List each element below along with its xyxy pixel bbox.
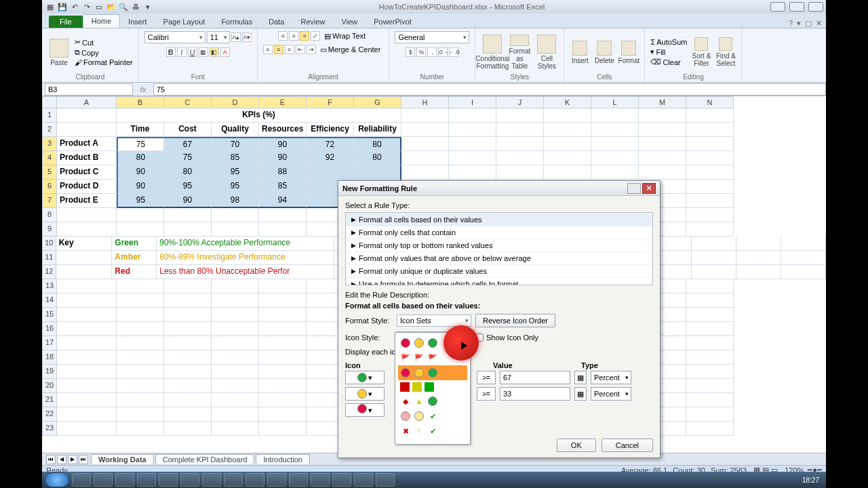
cell[interactable] <box>56 251 113 265</box>
row-header[interactable]: 6 <box>42 180 57 194</box>
col-header[interactable]: M <box>639 96 686 108</box>
formula-input[interactable]: 75 <box>153 83 826 96</box>
taskbar-item[interactable] <box>245 473 264 487</box>
col-header[interactable]: I <box>449 96 496 108</box>
font-color-button[interactable]: A <box>220 47 230 57</box>
rule-type-item[interactable]: ▶Format only cells that contain <box>346 226 652 239</box>
cell[interactable]: 90%-100% Acceptable Performance <box>157 237 334 251</box>
cell[interactable] <box>259 208 307 222</box>
cell[interactable] <box>781 237 826 251</box>
cell[interactable] <box>401 137 449 151</box>
cut-icon[interactable]: ✂ <box>75 38 81 47</box>
row-header[interactable]: 5 <box>42 165 57 180</box>
cell[interactable] <box>639 123 686 137</box>
select-all-corner[interactable] <box>42 96 57 108</box>
cell[interactable] <box>57 208 117 222</box>
indent-dec-icon[interactable]: ⇤ <box>296 45 305 54</box>
align-right-icon[interactable]: ≡ <box>285 45 294 54</box>
excel-icon[interactable]: ▦ <box>45 1 56 12</box>
cell[interactable] <box>164 350 212 365</box>
cell[interactable] <box>259 393 307 407</box>
cell[interactable] <box>591 108 639 123</box>
col-header[interactable]: H <box>401 96 449 108</box>
row-header[interactable]: 1 <box>42 108 57 123</box>
cell[interactable]: 95 <box>117 194 164 208</box>
cell[interactable] <box>692 251 736 265</box>
cell[interactable]: Reliability <box>354 123 401 137</box>
cell[interactable]: 94 <box>259 194 307 208</box>
col-header[interactable]: F <box>307 96 354 108</box>
comparison-combo[interactable]: >= <box>477 371 496 384</box>
shrink-font-icon[interactable]: A▾ <box>242 33 252 42</box>
cell[interactable] <box>686 108 734 123</box>
row-header[interactable]: 12 <box>42 265 56 279</box>
underline-button[interactable]: U <box>188 47 197 57</box>
restore-icon[interactable]: ▢ <box>805 19 812 28</box>
sheet-tab-intro[interactable]: Introduction <box>256 454 309 464</box>
cell[interactable] <box>686 123 734 137</box>
cell[interactable]: 72 <box>307 137 354 151</box>
cell[interactable] <box>591 165 639 180</box>
row-header[interactable]: 11 <box>42 251 56 265</box>
currency-icon[interactable]: $ <box>406 47 415 57</box>
row-header[interactable]: 10 <box>42 237 56 251</box>
inc-decimal-icon[interactable]: .0→ <box>438 47 448 57</box>
taskbar-item[interactable] <box>267 473 286 487</box>
sheet-tab-dashboard[interactable]: Complete KPI Dashboard <box>155 454 255 464</box>
cell[interactable]: Product D <box>57 180 117 194</box>
taskbar-item[interactable] <box>180 473 199 487</box>
cell[interactable]: 98 <box>212 194 259 208</box>
cell[interactable]: 90 <box>259 151 307 165</box>
cell[interactable]: Product E <box>57 194 117 208</box>
cell[interactable]: 80 <box>164 165 212 180</box>
col-header[interactable]: D <box>212 96 259 108</box>
cell[interactable]: 95 <box>212 165 259 180</box>
row-header[interactable]: 14 <box>42 293 57 308</box>
cell[interactable] <box>117 222 164 237</box>
cell[interactable] <box>401 151 449 165</box>
cell[interactable] <box>736 237 781 251</box>
font-name-combo[interactable]: Calibri <box>144 31 205 43</box>
cell[interactable] <box>692 237 736 251</box>
cell-styles-button[interactable]: Cell Styles <box>535 35 558 70</box>
row-header[interactable]: 16 <box>42 322 57 336</box>
orientation-icon[interactable]: ⤢ <box>311 31 320 41</box>
cell[interactable] <box>57 379 117 393</box>
row-header[interactable]: 9 <box>42 222 57 237</box>
row-header[interactable]: 7 <box>42 194 57 208</box>
tab-powerpivot[interactable]: PowerPivot <box>366 16 420 28</box>
cell[interactable] <box>544 108 591 123</box>
name-box[interactable]: B3 <box>45 83 133 96</box>
tab-home[interactable]: Home <box>83 14 120 28</box>
icon-set-option[interactable]: ✖!✔ <box>398 424 467 439</box>
row-header[interactable]: 21 <box>42 393 57 407</box>
cell[interactable] <box>259 308 307 322</box>
cell[interactable] <box>117 379 164 393</box>
col-header[interactable]: G <box>354 96 401 108</box>
cell[interactable] <box>117 293 164 308</box>
cell[interactable] <box>57 308 117 322</box>
italic-button[interactable]: I <box>177 47 186 57</box>
cell[interactable] <box>212 293 259 308</box>
cell[interactable]: 80 <box>354 137 401 151</box>
help-icon[interactable]: ? <box>789 19 793 28</box>
cell[interactable]: Cost <box>164 123 212 137</box>
cell[interactable]: 75 <box>164 151 212 165</box>
taskbar-item[interactable] <box>311 473 330 487</box>
value-input-1[interactable] <box>500 371 570 384</box>
cell[interactable] <box>212 336 259 350</box>
cell[interactable] <box>117 393 164 407</box>
cell[interactable] <box>686 208 734 222</box>
minimize-button[interactable] <box>770 2 785 12</box>
cell[interactable] <box>259 422 307 436</box>
close-workbook-icon[interactable]: ✕ <box>816 19 822 28</box>
cell[interactable]: Time <box>117 123 164 137</box>
range-picker-icon[interactable]: ▦ <box>574 371 587 384</box>
cell[interactable] <box>496 137 544 151</box>
cell[interactable] <box>259 379 307 393</box>
row-header[interactable]: 17 <box>42 336 57 350</box>
cell[interactable]: Product B <box>57 151 117 165</box>
cell[interactable] <box>686 165 734 180</box>
dialog-close-button[interactable]: ✕ <box>642 183 656 194</box>
cell[interactable] <box>164 222 212 237</box>
